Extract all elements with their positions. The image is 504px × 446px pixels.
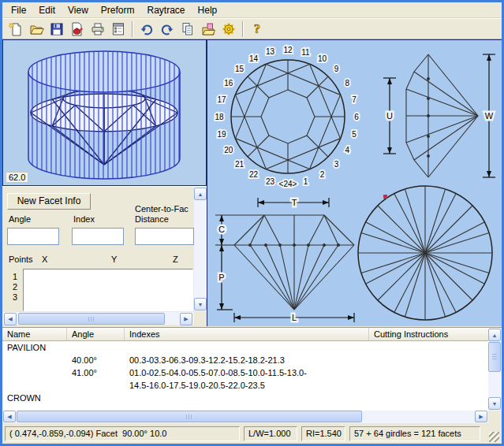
facet-panel-vscroll[interactable] — [194, 187, 207, 311]
angle-input[interactable] — [7, 228, 59, 245]
cell-angle — [67, 379, 125, 392]
save-button[interactable] — [47, 20, 66, 38]
table-header: Name Angle Indexes Cutting Instructions — [2, 328, 488, 341]
status-bar: ( 0.474,-0.859,-0.094) Facet 90.00° 10.0… — [2, 424, 502, 444]
table-row[interactable]: 40.00° 00.3-03.3-06.3-09.3-12.2-15.2-18.… — [2, 354, 488, 366]
hscroll-thumb[interactable] — [17, 411, 362, 422]
table-row[interactable]: PAVILION — [2, 341, 488, 354]
index-label: 5 — [352, 130, 357, 139]
scroll-left-button[interactable]: ◀ — [4, 313, 17, 325]
print-icon — [90, 21, 106, 37]
points-col-y: Y — [111, 255, 117, 264]
cell-name — [2, 379, 67, 392]
side-view-diagram[interactable]: U W — [369, 43, 499, 189]
index-label: 18 — [215, 113, 224, 121]
index-label: 9 — [334, 65, 339, 73]
resize-grip[interactable] — [489, 432, 499, 442]
menu-file[interactable]: File — [5, 3, 32, 17]
point-row-number: 3 — [13, 292, 17, 302]
menu-bar: File Edit View Preform Raytrace Help — [2, 2, 502, 18]
index-label: 23 — [266, 177, 275, 186]
preview-3d-view[interactable]: 62.0 — [2, 39, 207, 186]
scroll-right-button[interactable]: ▶ — [180, 313, 192, 325]
pavilion-star-diagram[interactable] — [353, 180, 497, 325]
hscroll-thumb[interactable] — [18, 313, 165, 325]
distance-input[interactable] — [135, 228, 194, 245]
new-file-button[interactable] — [6, 20, 25, 38]
toolbar: ? — [2, 18, 502, 39]
scroll-down-button[interactable]: ▼ — [194, 298, 207, 310]
index-label: 8 — [345, 79, 350, 87]
cell-angle: 41.00° — [67, 366, 125, 379]
toolbar-separator — [132, 21, 133, 37]
points-label: Points — [9, 255, 33, 264]
header-indexes[interactable]: Indexes — [125, 328, 369, 340]
undo-button[interactable] — [137, 20, 156, 38]
header-name[interactable]: Name — [2, 328, 67, 340]
menu-edit[interactable]: Edit — [32, 3, 62, 17]
index-label: 12 — [283, 46, 293, 54]
points-list[interactable] — [23, 269, 193, 311]
dim-t-label: T — [292, 198, 297, 207]
index-input[interactable] — [72, 228, 124, 245]
selection-red-dot — [383, 195, 387, 199]
menu-help[interactable]: Help — [192, 3, 224, 17]
new-file-icon — [8, 21, 24, 37]
cell-name: CROWN — [2, 392, 67, 404]
index-label: 21 — [235, 160, 245, 169]
index-label: 17 — [217, 95, 226, 104]
scroll-down-button[interactable]: ▼ — [488, 397, 501, 410]
print-button[interactable] — [88, 20, 107, 38]
index-label: 19 — [217, 130, 226, 139]
cell-name: PAVILION — [2, 341, 67, 354]
cell-angle: 40.00° — [67, 354, 125, 366]
cutting-list-table: Name Angle Indexes Cutting Instructions … — [2, 327, 502, 422]
cell-angle — [67, 341, 125, 354]
facet-count: 57 + 64 girdles = 121 facets — [349, 426, 480, 441]
options-dialog-icon — [110, 21, 126, 37]
menu-raytrace[interactable]: Raytrace — [141, 3, 192, 17]
dim-l-label: L — [292, 313, 297, 322]
index-label: 10 — [318, 54, 327, 63]
points-col-x: X — [42, 255, 47, 264]
cell-indexes: 14.5-16.0-17.5-19.0-20.5-22.0-23.5 — [125, 379, 488, 392]
scroll-left-button[interactable]: ◀ — [3, 411, 16, 422]
point-row-number: 2 — [13, 282, 17, 292]
options-dialog-button[interactable] — [109, 20, 128, 38]
table-row[interactable]: 14.5-16.0-17.5-19.0-20.5-22.0-23.5 — [2, 379, 488, 392]
redo-button[interactable] — [158, 20, 177, 38]
panel-title: New Facet Info — [7, 193, 91, 210]
index-label: 14 — [249, 54, 259, 63]
index-label: 3 — [334, 160, 339, 169]
open-file-button[interactable] — [27, 20, 46, 38]
table-row[interactable]: 41.00° 01.0-02.5-04.0-05.5-07.0-08.5-10.… — [2, 366, 488, 379]
facet-diagram-canvas[interactable]: 12 11 10 9 8 7 6 5 4 3 2 1 <24> 23 22 21… — [207, 39, 502, 326]
menu-view[interactable]: View — [62, 3, 95, 17]
scroll-up-button[interactable]: ▲ — [194, 188, 207, 200]
cylinder-gem-wireframe — [3, 40, 206, 185]
header-angle[interactable]: Angle — [67, 328, 125, 340]
undo-icon — [139, 21, 155, 37]
render-button[interactable] — [68, 20, 87, 38]
index-label: 11 — [301, 48, 310, 57]
save-icon — [49, 21, 65, 37]
header-cutting-instructions[interactable]: Cutting Instructions — [369, 328, 488, 340]
distance-label-line2: Distance — [135, 214, 169, 224]
dim-p-label: P — [218, 273, 224, 282]
menu-preform[interactable]: Preform — [95, 3, 141, 17]
scroll-up-button[interactable]: ▲ — [488, 329, 501, 341]
copy-button[interactable] — [178, 20, 197, 38]
scroll-right-button[interactable]: ▶ — [475, 411, 487, 422]
refractive-index: RI=1.540 — [301, 426, 345, 441]
paste-button[interactable] — [199, 20, 218, 38]
table-row[interactable]: CROWN — [2, 392, 488, 404]
settings-button[interactable] — [219, 20, 238, 38]
cell-indexes — [125, 341, 488, 354]
help-button[interactable]: ? — [248, 20, 267, 38]
cell-name — [2, 366, 67, 379]
index-label: 22 — [249, 170, 259, 179]
vscroll-thumb[interactable] — [488, 342, 501, 372]
index-wheel-diagram[interactable]: 12 11 10 9 8 7 6 5 4 3 2 1 <24> 23 22 21… — [209, 42, 367, 190]
index-label: 2 — [320, 170, 325, 179]
copy-icon — [180, 21, 196, 37]
